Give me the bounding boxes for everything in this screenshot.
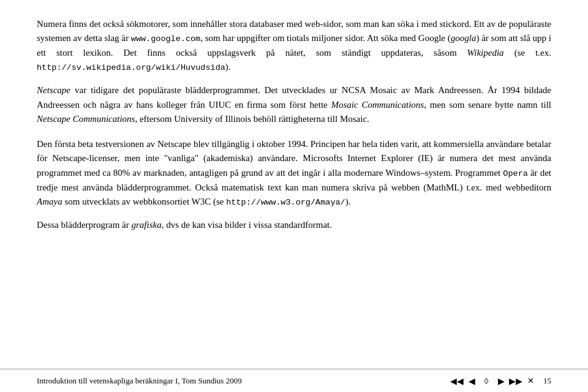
paragraph-4: Dessa blädderprogram är grafiska, dvs de…: [37, 218, 551, 232]
nav-buttons: ◀◀ ◀ ◊ ▶ ▶▶ ✕: [450, 375, 537, 387]
nav-first-button[interactable]: ◀◀: [450, 375, 464, 387]
nav-next-button[interactable]: ▶: [494, 375, 508, 387]
nav-last-button[interactable]: ▶▶: [509, 375, 522, 387]
footer-right: ◀◀ ◀ ◊ ▶ ▶▶ ✕ 15: [450, 375, 551, 387]
main-content: Numera finns det också sökmotorer, som i…: [0, 0, 588, 369]
nav-close-button[interactable]: ✕: [524, 375, 537, 387]
page-number: 15: [543, 376, 551, 386]
paragraph-1: Numera finns det också sökmotorer, som i…: [37, 17, 551, 75]
footer-text: Introduktion till vetenskapliga beräknin…: [37, 376, 242, 386]
page-container: Numera finns det också sökmotorer, som i…: [0, 0, 588, 392]
bottom-bar: Introduktion till vetenskapliga beräknin…: [0, 369, 588, 392]
nav-prev-button[interactable]: ◀: [465, 375, 478, 387]
paragraph-3: Den första beta testversionen av Netscap…: [37, 137, 551, 209]
paragraph-2: Netscape var tidigare det populäraste bl…: [37, 83, 551, 126]
nav-diamond-button[interactable]: ◊: [480, 375, 493, 387]
